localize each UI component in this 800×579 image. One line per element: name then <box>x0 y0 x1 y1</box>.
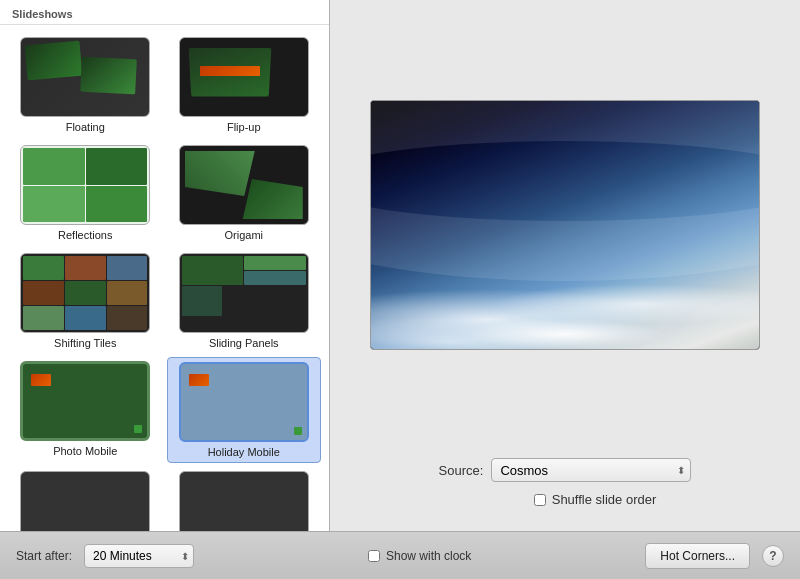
thumb-origami <box>179 145 309 225</box>
r-cell-1 <box>23 148 85 185</box>
slideshow-item-origami[interactable]: Origami <box>167 141 322 245</box>
slideshow-panel: Slideshows Floating Flip-up <box>0 0 330 531</box>
source-row: Source: Cosmos Nature Plants Abstract Ch… <box>439 458 692 482</box>
label-flipup: Flip-up <box>227 121 261 133</box>
start-after-select-wrapper: 1 Minute 2 Minutes 5 Minutes 10 Minutes … <box>84 544 194 568</box>
thumb-flipup <box>179 37 309 117</box>
shuffle-checkbox[interactable] <box>534 494 546 506</box>
content-area: Slideshows Floating Flip-up <box>0 0 800 531</box>
show-clock-checkbox[interactable] <box>368 550 380 562</box>
s-cell-3 <box>107 256 148 280</box>
label-photomobile: Photo Mobile <box>53 445 117 457</box>
r-cell-2 <box>86 148 148 185</box>
slideshow-item-photomobile[interactable]: Photo Mobile <box>8 357 163 463</box>
thumb-reflections <box>20 145 150 225</box>
label-sliding: Sliding Panels <box>209 337 279 349</box>
thumb-holidaymobile <box>179 362 309 442</box>
earth-clouds <box>371 200 759 349</box>
slideshow-item-extra1[interactable] <box>8 467 163 531</box>
preview-image <box>370 100 760 350</box>
slideshow-grid: Floating Flip-up Reflections <box>0 25 329 531</box>
source-select-wrapper: Cosmos Nature Plants Abstract Choose Fol… <box>491 458 691 482</box>
thumb-extra2 <box>179 471 309 531</box>
slideshow-item-extra2[interactable] <box>167 467 322 531</box>
source-select[interactable]: Cosmos Nature Plants Abstract Choose Fol… <box>491 458 691 482</box>
bottom-toolbar: Start after: 1 Minute 2 Minutes 5 Minute… <box>0 531 800 579</box>
hot-corners-button[interactable]: Hot Corners... <box>645 543 750 569</box>
show-clock-row: Show with clock <box>368 549 471 563</box>
s-cell-5 <box>65 281 106 305</box>
thumb-sliding <box>179 253 309 333</box>
start-after-select[interactable]: 1 Minute 2 Minutes 5 Minutes 10 Minutes … <box>84 544 194 568</box>
slideshow-item-sliding[interactable]: Sliding Panels <box>167 249 322 353</box>
thumb-photomobile <box>20 361 150 441</box>
panel-title: Slideshows <box>12 8 73 20</box>
r-cell-3 <box>23 186 85 223</box>
thumb-extra1 <box>20 471 150 531</box>
label-reflections: Reflections <box>58 229 112 241</box>
controls-area: Source: Cosmos Nature Plants Abstract Ch… <box>350 450 780 515</box>
s-cell-9 <box>107 306 148 330</box>
help-button[interactable]: ? <box>762 545 784 567</box>
sp-cell-4 <box>182 286 222 316</box>
preview-image-container <box>350 16 780 434</box>
s-cell-4 <box>23 281 64 305</box>
s-cell-2 <box>65 256 106 280</box>
label-holidaymobile: Holiday Mobile <box>208 446 280 458</box>
thumb-shifting <box>20 253 150 333</box>
shuffle-label: Shuffle slide order <box>552 492 657 507</box>
r-cell-4 <box>86 186 148 223</box>
slideshow-item-shifting[interactable]: Shifting Tiles <box>8 249 163 353</box>
start-after-label: Start after: <box>16 549 72 563</box>
label-origami: Origami <box>224 229 263 241</box>
sp-cell-3 <box>244 271 306 285</box>
slideshow-item-holidaymobile[interactable]: Holiday Mobile <box>167 357 322 463</box>
s-cell-6 <box>107 281 148 305</box>
thumb-floating <box>20 37 150 117</box>
label-shifting: Shifting Tiles <box>54 337 116 349</box>
slideshow-item-flipup[interactable]: Flip-up <box>167 33 322 137</box>
label-floating: Floating <box>66 121 105 133</box>
slideshow-item-floating[interactable]: Floating <box>8 33 163 137</box>
slideshow-item-reflections[interactable]: Reflections <box>8 141 163 245</box>
s-cell-1 <box>23 256 64 280</box>
sp-cell-2 <box>244 256 306 270</box>
earth-background <box>371 101 759 349</box>
show-clock-label: Show with clock <box>386 549 471 563</box>
s-cell-8 <box>65 306 106 330</box>
s-cell-7 <box>23 306 64 330</box>
shuffle-row: Shuffle slide order <box>534 492 657 507</box>
preview-panel: Source: Cosmos Nature Plants Abstract Ch… <box>330 0 800 531</box>
sp-cell-1 <box>182 256 244 285</box>
source-label: Source: <box>439 463 484 478</box>
panel-header: Slideshows <box>0 0 329 25</box>
main-container: Slideshows Floating Flip-up <box>0 0 800 579</box>
